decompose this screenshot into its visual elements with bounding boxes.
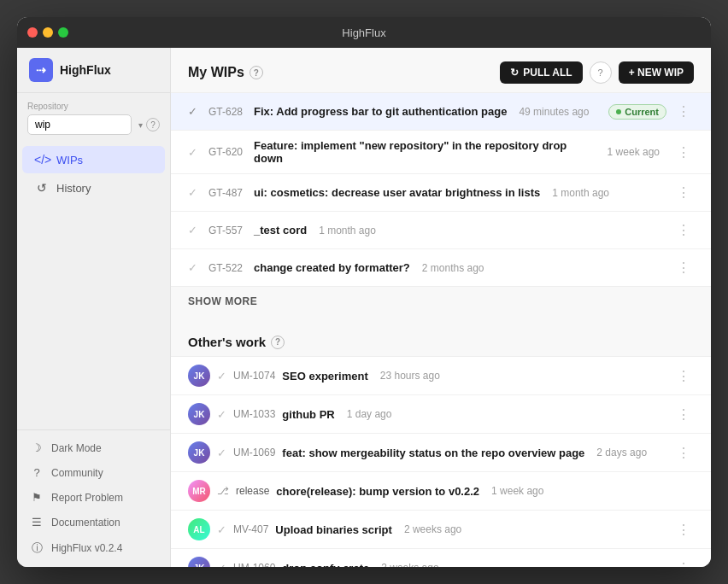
header-actions: ↻ PULL ALL ? + NEW WIP	[500, 61, 694, 84]
sidebar-header: ⇢ HighFlux	[17, 48, 170, 93]
repo-select-row: wip ▾ ?	[27, 114, 160, 135]
other-item[interactable]: JK ✓ UM-1074 SEO experiment 23 hours ago…	[171, 357, 711, 395]
pull-all-button[interactable]: ↻ PULL ALL	[500, 61, 582, 84]
avatar: JK	[188, 441, 210, 464]
other-title: Upload binaries script	[275, 523, 392, 536]
other-menu-button[interactable]: ⋮	[673, 405, 694, 424]
sidebar-item-label-history: History	[56, 182, 91, 195]
traffic-lights	[27, 27, 68, 38]
maximize-button[interactable]	[58, 27, 68, 38]
other-title: chore(release): bump version to v0.2.2	[276, 485, 479, 498]
wip-item[interactable]: ✓ GT-620 Feature: implement "new reposit…	[171, 131, 711, 174]
titlebar: HighFlux	[17, 17, 711, 48]
other-item[interactable]: AL ✓ MV-407 Upload binaries script 2 wee…	[171, 511, 711, 549]
my-wips-help-icon[interactable]: ?	[250, 66, 263, 79]
check-icon: ✓	[217, 408, 226, 421]
others-work-help-icon[interactable]: ?	[271, 336, 285, 349]
dark-mode-icon: ☽	[29, 441, 44, 454]
wip-item[interactable]: ✓ GT-522 change created by formatter? 2 …	[171, 249, 711, 286]
nav-items: </> WIPs ↺ History	[17, 140, 170, 207]
others-work-section: Other's work ? JK ✓ UM-1074 SEO experime…	[171, 324, 711, 567]
other-id: UM-1060	[233, 562, 275, 567]
close-button[interactable]	[27, 27, 38, 38]
community-label: Community	[51, 467, 103, 479]
avatar: JK	[188, 557, 210, 567]
app-logo: ⇢	[29, 58, 53, 82]
other-branch: release	[236, 485, 269, 497]
bottom-item-dark-mode[interactable]: ☽ Dark Mode	[17, 435, 170, 460]
wip-menu-button[interactable]: ⋮	[673, 258, 694, 277]
wip-time: 1 month ago	[552, 187, 609, 199]
info-icon: ⓘ	[29, 540, 44, 556]
avatar: MR	[188, 480, 210, 502]
check-icon: ✓	[188, 186, 202, 199]
wip-title: Fix: Add progress bar to git authenticat…	[254, 105, 507, 118]
other-title: drop confy crate	[282, 562, 369, 568]
other-menu-button[interactable]: ⋮	[673, 366, 694, 386]
other-item[interactable]: JK ✓ UM-1069 feat: show mergeability sta…	[171, 434, 711, 472]
check-icon: ✓	[188, 105, 202, 118]
check-icon: ✓	[188, 261, 202, 274]
others-work-title: Other's work	[188, 335, 266, 349]
other-time: 23 hours ago	[380, 370, 440, 382]
other-menu-button[interactable]: ⋮	[673, 520, 694, 540]
dark-mode-label: Dark Mode	[51, 442, 102, 454]
wip-menu-button[interactable]: ⋮	[673, 143, 694, 162]
other-menu-button[interactable]: ⋮	[673, 443, 694, 463]
other-id: UM-1069	[233, 447, 275, 458]
wip-menu-button[interactable]: ⋮	[673, 183, 694, 202]
repo-select[interactable]: wip	[27, 114, 132, 135]
wip-item[interactable]: ✓ GT-557 _test cord 1 month ago ⋮	[171, 212, 711, 249]
wip-list: ✓ GT-628 Fix: Add progress bar to git au…	[171, 92, 711, 287]
bottom-item-community[interactable]: ? Community	[17, 460, 170, 485]
community-icon: ?	[29, 466, 44, 479]
wip-item[interactable]: ✓ GT-628 Fix: Add progress bar to git au…	[171, 93, 711, 131]
other-item[interactable]: JK ✓ UM-1060 drop confy crate 3 weeks ag…	[171, 549, 711, 567]
wip-title: ui: cosmetics: decrease user avatar brig…	[254, 186, 540, 199]
wip-menu-button[interactable]: ⋮	[673, 220, 694, 240]
my-wips-header: My WIPs ? ↻ PULL ALL ? + NEW WIP	[171, 48, 711, 92]
new-wip-button[interactable]: + NEW WIP	[619, 61, 694, 84]
other-time: 1 week ago	[491, 485, 543, 497]
main-content: My WIPs ? ↻ PULL ALL ? + NEW WIP	[171, 48, 711, 567]
wip-id: GT-557	[208, 225, 247, 237]
other-title: github PR	[282, 408, 334, 421]
repo-info-icon[interactable]: ?	[146, 118, 160, 131]
sidebar-item-label-wips: WIPs	[56, 154, 83, 166]
check-icon: ✓	[217, 562, 226, 568]
repo-label: Repository	[27, 102, 160, 111]
wip-time: 2 months ago	[422, 262, 484, 274]
show-more-button[interactable]: SHOW MORE	[171, 287, 711, 316]
chevron-down-icon: ▾	[138, 120, 143, 130]
other-id: MV-407	[233, 523, 268, 535]
sidebar-item-history[interactable]: ↺ History	[22, 174, 165, 201]
check-icon: ✓	[217, 523, 226, 536]
sidebar-bottom: ☽ Dark Mode ? Community ⚑ Report Problem…	[17, 429, 170, 567]
wip-id: GT-487	[208, 187, 247, 199]
minimize-button[interactable]	[43, 27, 53, 38]
other-menu-button[interactable]: ⋮	[673, 558, 694, 568]
avatar: JK	[188, 365, 210, 387]
other-item[interactable]: MR ⎇ release chore(release): bump versio…	[171, 472, 711, 511]
other-time: 2 weeks ago	[404, 523, 461, 535]
report-icon: ⚑	[29, 491, 44, 504]
my-wips-title-text: My WIPs	[188, 65, 244, 80]
sidebar-item-wips[interactable]: </> WIPs	[22, 146, 165, 173]
bottom-item-report[interactable]: ⚑ Report Problem	[17, 485, 170, 510]
current-badge-label: Current	[625, 107, 659, 117]
wip-title: change created by formatter?	[254, 261, 410, 274]
wip-id: GT-620	[208, 146, 247, 158]
help-button[interactable]: ?	[590, 61, 612, 84]
wip-item[interactable]: ✓ GT-487 ui: cosmetics: decrease user av…	[171, 174, 711, 212]
avatar: JK	[188, 403, 210, 425]
history-icon: ↺	[34, 181, 50, 195]
wip-time: 49 minutes ago	[519, 106, 589, 118]
other-id: UM-1033	[233, 408, 275, 420]
wip-menu-button[interactable]: ⋮	[673, 102, 694, 121]
other-item[interactable]: JK ✓ UM-1033 github PR 1 day ago ⋮	[171, 395, 711, 434]
docs-label: Documentation	[51, 517, 120, 529]
bottom-item-docs[interactable]: ☰ Documentation	[17, 510, 170, 534]
others-list: JK ✓ UM-1074 SEO experiment 23 hours ago…	[171, 356, 711, 567]
repo-section: Repository wip ▾ ?	[17, 93, 170, 140]
wip-id: GT-628	[208, 106, 247, 118]
